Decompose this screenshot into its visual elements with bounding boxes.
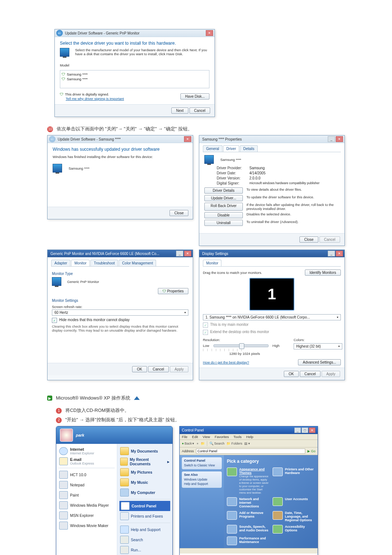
close-icon[interactable]: ✕: [336, 251, 343, 256]
close-icon[interactable]: ✕: [206, 30, 213, 36]
email-icon: [59, 457, 68, 465]
ok-button[interactable]: OK: [284, 371, 298, 377]
minimize-icon[interactable]: _: [176, 251, 183, 256]
category-addremove[interactable]: Add or Remove Programs: [227, 511, 269, 522]
close-icon[interactable]: ✕: [309, 428, 315, 433]
close-icon[interactable]: ✕: [184, 136, 191, 142]
tab-details[interactable]: Details: [240, 145, 258, 152]
start-item-wmm[interactable]: Windows Movie Maker: [58, 520, 115, 531]
forward-button: ●: [196, 442, 198, 445]
start-item-control-panel[interactable]: Control Panel: [119, 501, 170, 511]
tab-monitor[interactable]: Monitor: [203, 260, 221, 266]
properties-button[interactable]: 🛡 Properties: [158, 288, 188, 294]
start-item-paint[interactable]: Paint: [58, 490, 115, 500]
title-bar: Control Panel _ □ ✕: [180, 426, 318, 434]
start-item-hct[interactable]: HCT 10.0: [58, 470, 115, 480]
category-accessibility[interactable]: Accessibility Options: [273, 525, 315, 534]
tab-color[interactable]: Color Management: [119, 260, 156, 266]
next-button[interactable]: Next: [171, 108, 188, 114]
menu-help[interactable]: Help: [246, 435, 253, 439]
menu-tools[interactable]: Tools: [233, 435, 241, 439]
back-icon[interactable]: ←: [56, 30, 63, 36]
go-button[interactable]: ▶ Go: [307, 449, 315, 453]
category-performance[interactable]: Performance and Maintenance: [227, 536, 269, 545]
back-button[interactable]: ●Back ▾: [182, 442, 194, 445]
category-sounds[interactable]: Sounds, Speech, and Audio Devices: [227, 525, 269, 534]
msn-icon: [59, 511, 68, 519]
category-accounts[interactable]: User Accounts: [273, 497, 315, 508]
start-item-computer[interactable]: My Computer: [119, 487, 170, 498]
slider-thumb[interactable]: [239, 343, 244, 349]
menu-favorites[interactable]: Favorites: [215, 435, 229, 439]
category-printers[interactable]: Printers and Other Hardware: [273, 467, 315, 494]
minimize-icon[interactable]: _: [294, 428, 301, 433]
dialog-title: Samsung **** Properties: [201, 137, 326, 141]
resolution-slider[interactable]: [213, 344, 269, 347]
start-item-mydocs[interactable]: My Documents: [119, 446, 170, 456]
start-item-printers[interactable]: Printers and Faxes: [119, 511, 170, 521]
cancel-button[interactable]: Cancel: [189, 108, 210, 114]
maximize-icon[interactable]: □: [302, 428, 308, 433]
windows-update-link[interactable]: Windows Update: [184, 478, 220, 481]
folders-icon: 📁: [226, 442, 230, 445]
start-item-pictures[interactable]: My Pictures: [119, 467, 170, 477]
close-icon[interactable]: ✕: [184, 251, 191, 256]
search-button[interactable]: 🔍Search: [209, 442, 225, 445]
monitor-preview[interactable]: 1: [249, 278, 294, 311]
refresh-rate-select[interactable]: 60 Hertz ▾: [52, 309, 188, 316]
start-item-search[interactable]: Search: [119, 535, 170, 545]
up-button[interactable]: 📁: [201, 442, 205, 445]
monitor-select[interactable]: 1. Samsung **** on NVIDIA GeForce 6600 L…: [203, 314, 341, 320]
close-button[interactable]: Close: [299, 236, 318, 243]
start-item-recent[interactable]: My Recent Documents▸: [119, 456, 170, 467]
tab-adapter[interactable]: Adapter: [51, 260, 70, 266]
switch-classic-link[interactable]: Switch to Classic View: [184, 463, 220, 467]
views-button[interactable]: ▤▾: [244, 442, 250, 445]
rollback-driver-button[interactable]: Roll Back Driver: [204, 203, 243, 211]
start-item-run[interactable]: Run...: [119, 545, 170, 555]
best-display-link[interactable]: How do I get the best display?: [203, 360, 249, 364]
close-icon[interactable]: ✕: [336, 136, 343, 142]
start-item-email[interactable]: E-mailOutlook Express: [58, 456, 115, 466]
start-item-music[interactable]: My Music: [119, 477, 170, 487]
ok-button[interactable]: OK: [132, 366, 147, 372]
start-item-wmp[interactable]: Windows Media Player: [58, 500, 115, 510]
tab-driver[interactable]: Driver: [223, 145, 240, 152]
cancel-button[interactable]: Cancel: [148, 366, 169, 372]
tab-monitor[interactable]: Monitor: [71, 260, 90, 266]
model-list[interactable]: 🛡Samsung **** 🛡Samsung ****: [60, 70, 209, 88]
tab-general[interactable]: General: [203, 145, 222, 152]
list-item[interactable]: 🛡Samsung ****: [62, 77, 208, 81]
colors-select[interactable]: Highest (32 bit) ▾: [294, 343, 342, 349]
category-appearance[interactable]: Appearance and ThemesChange the appearan…: [227, 467, 269, 494]
have-disk-button[interactable]: Have Disk...: [180, 93, 209, 100]
address-input[interactable]: [196, 449, 305, 454]
start-item-help[interactable]: Help and Support: [119, 524, 170, 535]
identify-monitors-button[interactable]: Identify Monitors: [305, 270, 341, 276]
category-network[interactable]: Network and Internet Connections: [227, 497, 269, 508]
tabs: Adapter Monitor Troubleshoot Color Manag…: [51, 260, 189, 267]
tab-troubleshoot[interactable]: Troubleshoot: [90, 260, 118, 266]
start-item-internet[interactable]: InternetInternet Explorer: [58, 446, 115, 456]
category-datetime[interactable]: Date, Time, Language, and Regional Optio…: [273, 511, 315, 522]
advanced-settings-button[interactable]: Advanced Settings...: [298, 359, 341, 365]
disable-button[interactable]: Disable: [204, 212, 243, 218]
cancel-button[interactable]: Cancel: [300, 371, 320, 377]
menu-edit[interactable]: Edit: [192, 435, 198, 439]
signing-info-link[interactable]: Tell me why driver signing is important: [66, 97, 124, 101]
menu-file[interactable]: File: [182, 435, 187, 439]
folders-button[interactable]: 📁Folders: [226, 442, 242, 445]
hide-modes-checkbox[interactable]: ✓: [52, 318, 57, 323]
collapse-up-icon[interactable]: [134, 396, 140, 400]
driver-details-button[interactable]: Driver Details: [204, 187, 243, 194]
help-support-link[interactable]: Help and Support: [184, 482, 220, 486]
minimize-icon[interactable]: _: [328, 136, 335, 142]
close-button[interactable]: Close: [170, 210, 188, 216]
minimize-icon[interactable]: _: [328, 251, 335, 256]
uninstall-button[interactable]: Uninstall: [204, 220, 243, 226]
start-item-notepad[interactable]: Notepad: [58, 480, 115, 490]
update-driver-button[interactable]: Update Driver...: [204, 195, 243, 201]
list-item[interactable]: 🛡Samsung ****: [62, 72, 208, 77]
menu-view[interactable]: View: [203, 435, 210, 439]
start-item-msn[interactable]: MSN Explorer: [58, 510, 115, 520]
